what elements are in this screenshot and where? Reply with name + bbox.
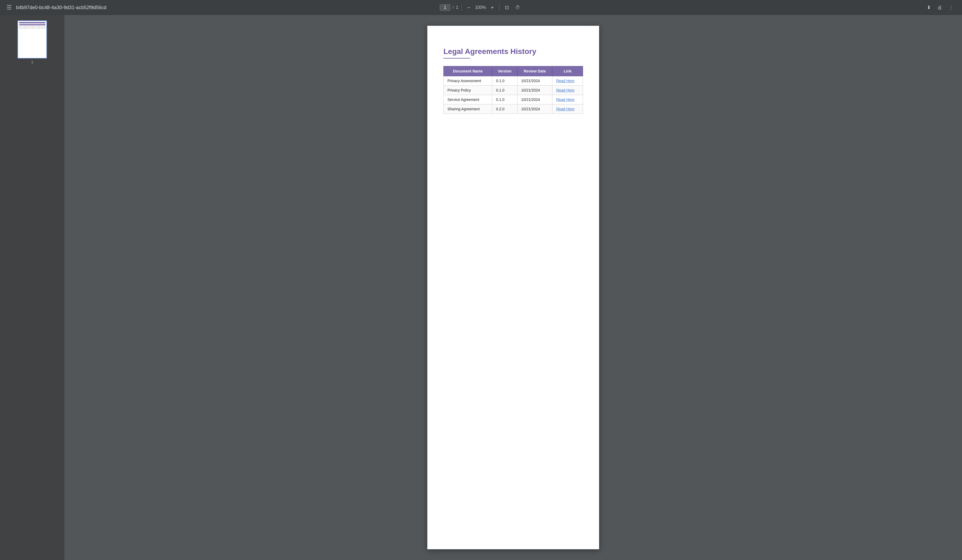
cell-review-date: 10/21/2024 bbox=[517, 105, 552, 114]
table-row: Privacy Policy0.1.010/21/2024Read Here bbox=[444, 86, 583, 95]
read-here-link[interactable]: Read Here bbox=[556, 88, 575, 92]
table-header-row: Document Name Version Review Date Link bbox=[444, 66, 583, 76]
zoom-value: 100% bbox=[475, 5, 486, 10]
cell-review-date: 10/21/2024 bbox=[517, 76, 552, 86]
cell-link: Read Here bbox=[552, 86, 583, 95]
col-header-doc-name: Document Name bbox=[444, 66, 492, 76]
print-button[interactable]: 🖨 bbox=[935, 4, 944, 11]
zoom-in-button[interactable]: + bbox=[489, 3, 496, 12]
col-header-review-date: Review Date bbox=[517, 66, 552, 76]
pdf-page: Legal Agreements History Document Name V… bbox=[427, 26, 599, 549]
thumbnail-page-number: 1 bbox=[31, 60, 33, 64]
cell-link: Read Here bbox=[552, 76, 583, 86]
read-here-link[interactable]: Read Here bbox=[556, 107, 575, 111]
page-number-input[interactable] bbox=[440, 4, 450, 11]
cell-doc-name: Service Agreement bbox=[444, 95, 492, 105]
main: 1 Legal Agreements History Document Name… bbox=[0, 15, 962, 560]
table-row: Service Agreement0.1.010/21/2024Read Her… bbox=[444, 95, 583, 105]
cell-link: Read Here bbox=[552, 95, 583, 105]
col-header-link: Link bbox=[552, 66, 583, 76]
read-here-link[interactable]: Read Here bbox=[556, 79, 575, 83]
cell-review-date: 10/21/2024 bbox=[517, 86, 552, 95]
cell-doc-name: Sharing Agreement bbox=[444, 105, 492, 114]
toolbar-center: / 1 − 100% + ⊡ ⏱ bbox=[440, 3, 522, 12]
toolbar-left: ☰ b4b97de0-bc48-4a30-9d31-acb52f9d56cd bbox=[6, 5, 106, 10]
agreements-table: Document Name Version Review Date Link P… bbox=[444, 66, 583, 114]
download-button[interactable]: ⬇ bbox=[925, 3, 933, 11]
cell-review-date: 10/21/2024 bbox=[517, 95, 552, 105]
read-here-link[interactable]: Read Here bbox=[556, 97, 575, 102]
cell-version: 0.2.0 bbox=[492, 105, 517, 114]
table-row: Sharing Agreement0.2.010/21/2024Read Her… bbox=[444, 105, 583, 114]
page-total: 1 bbox=[456, 5, 458, 10]
page-separator: / bbox=[452, 5, 454, 10]
zoom-out-button[interactable]: − bbox=[465, 3, 473, 12]
col-header-version: Version bbox=[492, 66, 517, 76]
page-thumbnail bbox=[18, 20, 47, 58]
fit-page-button[interactable]: ⊡ bbox=[503, 3, 511, 11]
title-underline bbox=[444, 58, 470, 58]
divider2 bbox=[499, 4, 500, 11]
cell-version: 0.1.0 bbox=[492, 76, 517, 86]
thumb-table bbox=[19, 24, 45, 29]
toolbar: ☰ b4b97de0-bc48-4a30-9d31-acb52f9d56cd /… bbox=[0, 0, 962, 15]
document-title: Legal Agreements History bbox=[444, 47, 583, 56]
cell-link: Read Here bbox=[552, 105, 583, 114]
cell-doc-name: Privacy Assessment bbox=[444, 76, 492, 86]
cell-version: 0.1.0 bbox=[492, 86, 517, 95]
table-row: Privacy Assessment0.1.010/21/2024Read He… bbox=[444, 76, 583, 86]
toolbar-right: ⬇ 🖨 ⋮ bbox=[925, 3, 956, 11]
doc-title: b4b97de0-bc48-4a30-9d31-acb52f9d56cd bbox=[16, 5, 106, 10]
more-button[interactable]: ⋮ bbox=[946, 3, 956, 11]
thumb-title-bar bbox=[19, 22, 45, 23]
menu-icon[interactable]: ☰ bbox=[6, 5, 12, 10]
sidebar: 1 bbox=[0, 15, 65, 560]
cell-version: 0.1.0 bbox=[492, 95, 517, 105]
history-button[interactable]: ⏱ bbox=[513, 4, 522, 11]
cell-doc-name: Privacy Policy bbox=[444, 86, 492, 95]
pdf-viewport: Legal Agreements History Document Name V… bbox=[65, 15, 962, 560]
thumbnail-page-1[interactable]: 1 bbox=[18, 20, 47, 64]
